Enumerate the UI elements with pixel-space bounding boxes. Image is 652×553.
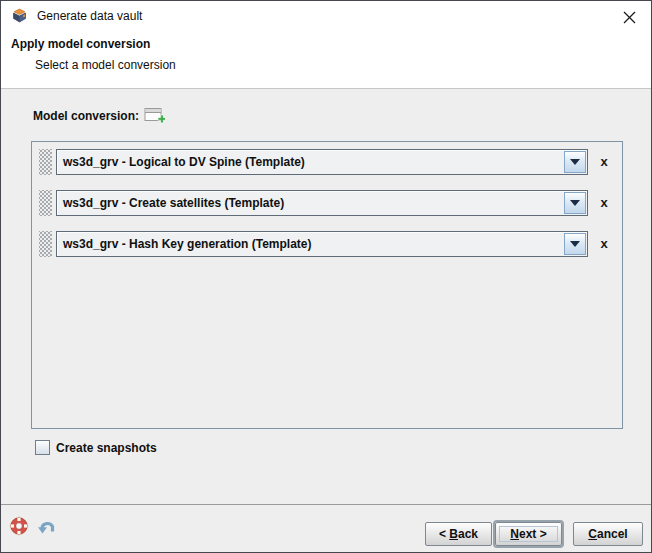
conversion-select-2[interactable]: ws3d_grv - Create satellites (Template) xyxy=(56,190,588,216)
conversion-select-value: ws3d_grv - Logical to DV Spine (Template… xyxy=(57,150,563,174)
chevron-down-icon[interactable] xyxy=(564,151,586,173)
conversion-row: ws3d_grv - Hash Key generation (Template… xyxy=(39,231,614,257)
data-vault-box-icon xyxy=(11,8,28,24)
conversion-select-value: ws3d_grv - Hash Key generation (Template… xyxy=(57,232,563,256)
drag-handle[interactable] xyxy=(39,149,52,175)
dialog-header: Generate data vault Apply model conversi… xyxy=(1,1,651,89)
conversion-row: ws3d_grv - Create satellites (Template) … xyxy=(39,190,614,216)
close-icon[interactable] xyxy=(615,5,643,29)
footer-bar: < Back Next > Cancel xyxy=(1,505,651,552)
window-title: Generate data vault xyxy=(37,9,142,23)
generate-data-vault-dialog: Generate data vault Apply model conversi… xyxy=(0,0,652,553)
back-button[interactable]: < Back xyxy=(425,522,492,546)
conversion-select-1[interactable]: ws3d_grv - Logical to DV Spine (Template… xyxy=(56,149,588,175)
model-conversion-label: Model conversion: xyxy=(33,109,139,123)
remove-x-icon[interactable]: x xyxy=(594,234,614,254)
conversion-select-3[interactable]: ws3d_grv - Hash Key generation (Template… xyxy=(56,231,588,257)
cancel-button[interactable]: Cancel xyxy=(573,522,643,546)
conversion-select-value: ws3d_grv - Create satellites (Template) xyxy=(57,191,563,215)
remove-x-icon[interactable]: x xyxy=(594,152,614,172)
page-title: Apply model conversion xyxy=(11,37,150,51)
add-conversion-icon[interactable] xyxy=(143,105,165,125)
next-button[interactable]: Next > xyxy=(495,522,562,546)
undo-arrow-icon[interactable] xyxy=(35,517,59,537)
remove-x-icon[interactable]: x xyxy=(594,193,614,213)
drag-handle[interactable] xyxy=(39,231,52,257)
conversion-row: ws3d_grv - Logical to DV Spine (Template… xyxy=(39,149,614,175)
drag-handle[interactable] xyxy=(39,190,52,216)
create-snapshots-label: Create snapshots xyxy=(56,441,157,455)
life-buoy-help-icon[interactable] xyxy=(7,514,31,538)
titlebar: Generate data vault xyxy=(1,1,651,31)
create-snapshots-row: Create snapshots xyxy=(35,440,157,455)
conversions-panel: ws3d_grv - Logical to DV Spine (Template… xyxy=(31,141,623,429)
chevron-down-icon[interactable] xyxy=(564,192,586,214)
chevron-down-icon[interactable] xyxy=(564,233,586,255)
create-snapshots-checkbox[interactable] xyxy=(35,440,50,455)
page-subtitle: Select a model conversion xyxy=(35,58,176,72)
